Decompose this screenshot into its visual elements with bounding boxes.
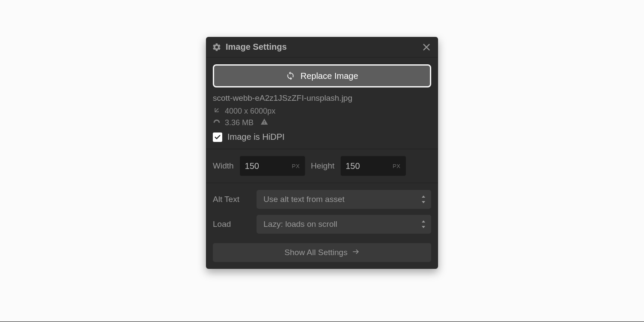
size-section: Width PX Height PX xyxy=(206,149,438,183)
load-select[interactable]: Lazy: loads on scroll xyxy=(257,215,431,234)
width-input[interactable] xyxy=(245,161,292,171)
file-size-row: 3.36 MB xyxy=(213,118,431,128)
replace-section: Replace Image scott-webb-eA2z1JSzZFI-uns… xyxy=(206,57,438,149)
height-unit: PX xyxy=(393,163,400,169)
file-info: scott-webb-eA2z1JSzZFI-unsplash.jpg 4000… xyxy=(213,93,431,142)
replace-image-button[interactable]: Replace Image xyxy=(213,64,431,87)
replace-image-label: Replace Image xyxy=(300,71,358,81)
alt-text-value: Use alt text from asset xyxy=(263,195,345,204)
options-section: Alt Text Use alt text from asset Load La… xyxy=(206,183,438,269)
show-all-settings-button[interactable]: Show All Settings xyxy=(213,243,431,262)
hidpi-row: Image is HiDPI xyxy=(213,132,431,142)
arrow-right-icon xyxy=(352,248,360,258)
alt-text-label: Alt Text xyxy=(213,195,250,204)
file-name: scott-webb-eA2z1JSzZFI-unsplash.jpg xyxy=(213,93,431,103)
warning-icon xyxy=(260,118,268,128)
panel-title: Image Settings xyxy=(226,42,422,52)
width-label: Width xyxy=(213,161,234,171)
chevron-updown-icon xyxy=(421,196,426,203)
alt-text-row: Alt Text Use alt text from asset xyxy=(213,190,431,209)
close-icon[interactable] xyxy=(422,42,431,52)
height-input[interactable] xyxy=(346,161,393,171)
load-label: Load xyxy=(213,220,250,229)
refresh-icon xyxy=(286,70,295,82)
alt-text-select[interactable]: Use alt text from asset xyxy=(257,190,431,209)
image-settings-panel: Image Settings Replace Image scott-webb-… xyxy=(206,37,438,269)
chevron-updown-icon xyxy=(421,220,426,228)
load-row: Load Lazy: loads on scroll xyxy=(213,215,431,234)
height-input-wrapper: PX xyxy=(341,156,406,176)
gauge-icon xyxy=(213,118,221,128)
hidpi-label: Image is HiDPI xyxy=(227,132,284,142)
file-size: 3.36 MB xyxy=(225,118,254,127)
gear-icon xyxy=(212,42,221,52)
load-value: Lazy: loads on scroll xyxy=(263,220,337,229)
show-all-label: Show All Settings xyxy=(284,248,348,257)
hidpi-checkbox[interactable] xyxy=(213,132,222,142)
file-dimensions-row: 4000 x 6000px xyxy=(213,106,431,116)
dimensions-icon xyxy=(213,106,221,116)
width-unit: PX xyxy=(292,163,299,169)
height-label: Height xyxy=(311,161,335,171)
file-dimensions: 4000 x 6000px xyxy=(225,107,275,116)
panel-header: Image Settings xyxy=(206,37,438,57)
width-input-wrapper: PX xyxy=(240,156,305,176)
